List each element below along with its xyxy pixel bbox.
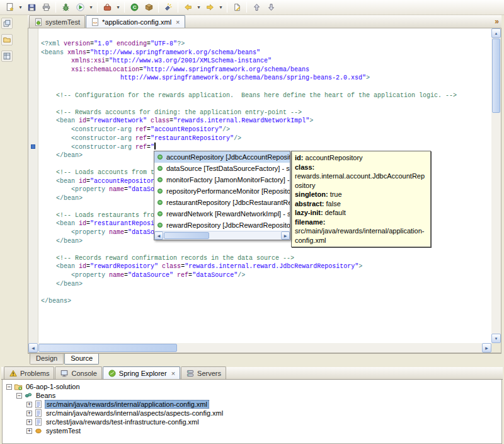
toolbar-dropdown-arrow-icon[interactable]: ▾ — [88, 1, 94, 14]
code-line[interactable]: <constructor-arg ref=" — [41, 143, 491, 151]
tree-item-src-main-java-rewards-internal-aspects-aspects-config-xml[interactable]: +src/main/java/rewards/internal/aspects/… — [3, 409, 501, 418]
code-line[interactable]: xmlns:xsi="http://www.w3.org/2001/XMLSch… — [41, 57, 491, 66]
toolbar-separator — [178, 2, 178, 13]
code-line[interactable]: <property name="dataSource" ref="dataSou… — [41, 271, 491, 280]
code-segment — [41, 195, 56, 202]
code-segment: <property — [71, 272, 109, 279]
expand-icon[interactable]: + — [26, 419, 32, 425]
assist-scroll-right-icon[interactable]: ▶ — [281, 231, 290, 240]
editor-horizontal-scrollbar[interactable]: ◀ ▶ — [28, 343, 491, 353]
toolbar-dropdown-arrow-icon[interactable]: ▾ — [17, 1, 24, 14]
editor-vertical-scrollbar[interactable]: ▲ ▼ — [491, 28, 501, 343]
expand-icon[interactable]: + — [26, 402, 32, 407]
code-segment: "rewards.internal.reward.JdbcRewardRepos… — [185, 263, 358, 270]
print-button[interactable] — [39, 1, 53, 14]
scroll-up-icon[interactable]: ▲ — [491, 28, 501, 38]
bean-ref-icon — [156, 221, 164, 229]
scroll-down-icon[interactable]: ▼ — [491, 334, 501, 343]
editor-tab-application-config-xml[interactable]: <>*application-config.xml× — [86, 15, 185, 28]
debug-icon — [61, 3, 71, 12]
code-line[interactable]: <!-- Rewards accounts for dining: the ap… — [41, 108, 491, 117]
horizontal-scrollbar-thumb[interactable] — [38, 344, 177, 352]
collapse-icon[interactable]: − — [16, 393, 22, 399]
tree-item-06-aop-1-solution[interactable]: −S06-aop-1-solution — [3, 382, 501, 391]
bean-icon — [34, 426, 43, 435]
external-tools-button[interactable] — [100, 1, 114, 14]
close-tab-icon[interactable]: × — [171, 370, 175, 377]
assist-horizontal-scrollbar[interactable]: ◀ ▶ — [154, 231, 290, 240]
vertical-scrollbar-thumb[interactable] — [492, 38, 500, 113]
tree-item-src-main-java-rewards-internal-application-config-xml[interactable]: +src/main/java/rewards/internal/applicat… — [3, 400, 501, 409]
mode-tab-source[interactable]: Source — [64, 354, 99, 365]
close-tab-icon[interactable]: × — [176, 19, 180, 25]
mode-tab-design[interactable]: Design — [30, 354, 64, 365]
toolbar-dropdown-arrow-icon[interactable]: ▾ — [195, 1, 202, 14]
prev-annotation-button[interactable] — [249, 1, 263, 14]
minimized-view-2-button[interactable] — [1, 34, 13, 45]
run-button[interactable] — [73, 1, 87, 14]
forward-button[interactable] — [203, 1, 217, 14]
bean-ref-icon — [156, 176, 164, 184]
code-line[interactable]: <!-- Records reward confirmation records… — [41, 254, 491, 263]
editor-tab-systemtest[interactable]: systemTest — [29, 15, 85, 28]
assist-item[interactable]: restaurantRepository [JdbcRestaurantRepo… — [154, 197, 290, 208]
debug-button[interactable] — [59, 1, 72, 14]
expand-icon[interactable]: + — [26, 428, 32, 434]
assist-item[interactable]: dataSource [TestDataSourceFactory] - src… — [154, 163, 290, 174]
code-line[interactable]: </beans> — [41, 297, 491, 306]
new-package-icon — [144, 3, 154, 12]
tree-item-systemtest[interactable]: +systemTest — [3, 426, 501, 435]
code-line[interactable] — [41, 288, 491, 297]
content-assist-popup: accountRepository [JdbcAccountRepository… — [154, 151, 290, 240]
annotation-ruler[interactable] — [28, 28, 38, 353]
code-line[interactable]: <?xml version="1.0" encoding="UTF-8"?> — [41, 40, 491, 49]
code-line[interactable]: <constructor-arg ref="restaurantReposito… — [41, 134, 491, 143]
assist-scroll-left-icon[interactable]: ◀ — [154, 231, 163, 240]
prev-annotation-icon — [252, 3, 261, 12]
code-line[interactable]: xsi:schemaLocation="http://www.springfra… — [41, 66, 491, 74]
scroll-right-icon[interactable]: ▶ — [482, 343, 491, 353]
view-tab-servers[interactable]: Servers — [181, 366, 226, 379]
code-line[interactable]: http://www.springframework.org/schema/be… — [41, 74, 491, 83]
code-line[interactable]: <!-- Configuration for the rewards appli… — [41, 91, 491, 100]
view-tab-spring-explorer[interactable]: Spring Explorer× — [103, 366, 180, 379]
toolbar-dropdown-arrow-icon[interactable]: ▾ — [115, 1, 122, 14]
view-tab-console[interactable]: Console — [55, 366, 101, 379]
view-tab-problems[interactable]: Problems — [4, 366, 54, 379]
new-package-button[interactable] — [142, 1, 156, 14]
toolbar-dropdown-arrow-icon[interactable]: ▾ — [217, 1, 224, 14]
last-edit-button[interactable] — [230, 1, 244, 14]
search-button[interactable] — [161, 1, 175, 14]
editor-tab-bar: systemTest<>*application-config.xml×» — [28, 15, 501, 28]
next-annotation-button[interactable] — [264, 1, 278, 14]
assist-item[interactable]: accountRepository [JdbcAccountRepository… — [154, 151, 290, 163]
tab-overflow-chevron-icon[interactable]: » — [495, 17, 499, 26]
new-wizard-button[interactable] — [3, 1, 16, 14]
code-line[interactable] — [41, 100, 491, 108]
assist-item[interactable]: rewardRepository [JdbcRewardRepository] … — [154, 219, 290, 231]
code-segment: id — [79, 220, 86, 227]
tree-item-src-test-java-rewards-test-infrastructure-config-xml[interactable]: +src/test/java/rewards/test-infrastructu… — [3, 418, 501, 426]
assist-item[interactable]: monitorFactory [JamonMonitorFactory] - s… — [154, 174, 290, 185]
expand-icon[interactable]: + — [26, 411, 32, 416]
code-line[interactable] — [41, 83, 491, 91]
scroll-left-icon[interactable]: ◀ — [28, 343, 38, 353]
minimized-view-3-button[interactable] — [1, 50, 13, 62]
tree-item-beans[interactable]: −Beans — [3, 391, 501, 400]
save-button[interactable] — [25, 1, 38, 14]
code-line[interactable]: </bean> — [41, 280, 491, 289]
run-icon — [76, 3, 85, 12]
assist-scrollbar-thumb[interactable] — [164, 232, 209, 239]
code-line[interactable]: <constructor-arg ref="accountRepository"… — [41, 126, 491, 134]
assist-item[interactable]: repositoryPerformanceMonitor [Repository… — [154, 185, 290, 197]
code-line[interactable]: <beans xmlns="http://www.springframework… — [41, 49, 491, 57]
minimized-view-1-button[interactable] — [1, 18, 13, 29]
code-line[interactable]: <bean id="rewardNetwork" class="rewards.… — [41, 117, 491, 126]
collapse-icon[interactable]: − — [6, 384, 12, 390]
code-line[interactable]: <bean id="rewardRepository" class="rewar… — [41, 262, 491, 271]
new-class-button[interactable]: C — [127, 1, 141, 14]
servers-icon — [186, 369, 195, 378]
assist-item[interactable]: rewardNetwork [RewardNetworkImpl] - src/… — [154, 208, 290, 219]
back-button[interactable] — [181, 1, 195, 14]
code-segment: ref — [135, 126, 147, 133]
